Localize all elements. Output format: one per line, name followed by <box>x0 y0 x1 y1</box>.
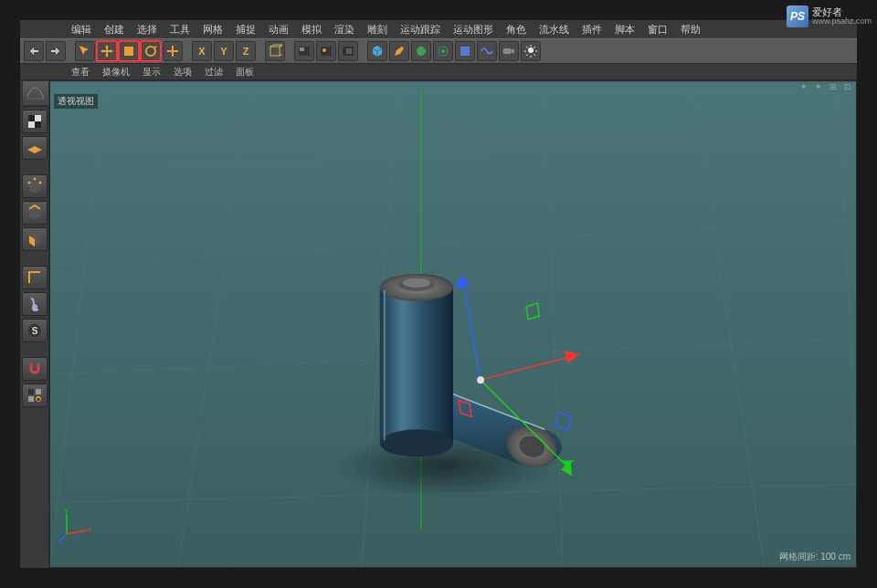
svg-point-48 <box>380 429 453 457</box>
submenu-filter[interactable]: 过滤 <box>199 65 228 79</box>
svg-point-20 <box>32 304 37 311</box>
svg-point-47 <box>403 278 430 288</box>
svg-rect-16 <box>35 121 41 128</box>
light-button[interactable] <box>521 41 541 61</box>
lock-button[interactable] <box>22 383 48 407</box>
deformer-button-3[interactable] <box>455 41 475 61</box>
watermark-url: www.psahz.com <box>812 17 872 26</box>
y-axis-toggle[interactable]: Y <box>214 41 234 61</box>
grid-spacing-status: 网格间距: 100 cm <box>779 551 851 563</box>
viewport-container: ✦ ✦ ⊞ ⊡ 透视视图 <box>49 80 857 568</box>
last-tool-button[interactable] <box>163 41 183 61</box>
corner-decor-icon <box>22 80 49 106</box>
menu-mesh[interactable]: 网格 <box>197 21 228 38</box>
menu-pipeline[interactable]: 流水线 <box>534 21 575 38</box>
render-settings-button[interactable] <box>338 41 358 61</box>
live-select-button[interactable] <box>75 41 95 61</box>
rotate-tool-button[interactable] <box>141 41 161 61</box>
menu-window[interactable]: 窗口 <box>642 21 673 38</box>
menu-help[interactable]: 帮助 <box>675 21 706 38</box>
vp-nav-icon-3[interactable]: ⊞ <box>829 82 838 91</box>
svg-rect-4 <box>321 47 332 56</box>
viewport-label: 透视视图 <box>54 94 98 109</box>
menu-plugins[interactable]: 插件 <box>576 21 608 38</box>
scene-3d <box>50 81 856 567</box>
svg-rect-0 <box>124 47 133 56</box>
coord-system-button[interactable] <box>265 41 285 61</box>
viewport-menu-bar: 查看 摄像机 显示 选项 过滤 面板 <box>20 64 857 80</box>
workplane-button[interactable] <box>22 136 48 160</box>
axis-mode-button[interactable] <box>22 266 48 289</box>
menu-mograph[interactable]: 运动图形 <box>448 21 499 38</box>
deformer-button-1[interactable] <box>411 41 431 61</box>
tweak-mode-button[interactable] <box>22 292 48 316</box>
menu-character[interactable]: 角色 <box>501 21 532 38</box>
svg-rect-13 <box>28 115 35 121</box>
watermark: PS 爱好者 www.psahz.com <box>787 5 872 27</box>
submenu-panel[interactable]: 面板 <box>230 65 259 79</box>
vp-nav-icon-1[interactable]: ✦ <box>799 82 808 91</box>
texture-mode-button[interactable] <box>22 110 48 133</box>
svg-point-19 <box>34 178 37 181</box>
snap-toggle-button[interactable] <box>22 357 48 381</box>
main-menu-bar: 编辑 创建 选择 工具 网格 捕捉 动画 模拟 渲染 雕刻 运动跟踪 运动图形 … <box>20 20 857 38</box>
svg-rect-28 <box>37 398 40 401</box>
svg-point-56 <box>477 376 484 383</box>
submenu-display[interactable]: 显示 <box>137 65 166 79</box>
svg-rect-3 <box>300 47 304 51</box>
svg-point-7 <box>417 47 426 56</box>
z-axis-toggle[interactable]: Z <box>236 41 256 61</box>
mode-toolbar: S <box>20 80 49 568</box>
svg-line-59 <box>67 530 87 534</box>
menu-snap[interactable]: 捕捉 <box>230 21 261 38</box>
menu-tracker[interactable]: 运动跟踪 <box>395 21 446 38</box>
cylinder-standing <box>380 274 453 457</box>
svg-text:X: X <box>88 527 92 533</box>
menu-edit[interactable]: 编辑 <box>66 21 97 38</box>
primitive-button[interactable] <box>367 41 387 61</box>
svg-text:Y: Y <box>64 508 69 514</box>
deformer-button-4[interactable] <box>477 41 497 61</box>
menu-sculpt[interactable]: 雕刻 <box>362 21 393 38</box>
svg-point-5 <box>322 48 326 52</box>
menu-create[interactable]: 创建 <box>99 21 130 38</box>
svg-rect-23 <box>28 389 34 394</box>
move-tool-button[interactable] <box>97 41 117 61</box>
submenu-cameras[interactable]: 摄像机 <box>97 65 135 79</box>
svg-text:Z: Z <box>58 538 62 543</box>
camera-button[interactable] <box>499 41 519 61</box>
redo-button[interactable] <box>46 41 66 61</box>
vp-nav-icon-4[interactable]: ⊡ <box>843 82 852 91</box>
points-mode-button[interactable] <box>22 174 48 198</box>
render-view-button[interactable] <box>294 41 314 61</box>
perspective-viewport[interactable]: Y X Z 网格间距: 100 cm <box>50 81 856 567</box>
svg-rect-10 <box>460 47 470 56</box>
svg-point-17 <box>28 182 31 184</box>
menu-tools[interactable]: 工具 <box>164 21 195 38</box>
menu-simulate[interactable]: 模拟 <box>296 21 327 38</box>
menu-animate[interactable]: 动画 <box>263 21 294 38</box>
submenu-view[interactable]: 查看 <box>66 65 95 79</box>
svg-point-1 <box>146 47 155 56</box>
edges-mode-button[interactable] <box>22 201 48 225</box>
polygons-mode-button[interactable] <box>22 227 48 251</box>
vp-nav-icon-2[interactable]: ✦ <box>814 82 823 91</box>
watermark-logo: PS <box>787 5 808 27</box>
menu-select[interactable]: 选择 <box>132 21 163 38</box>
svg-point-9 <box>441 49 445 53</box>
menu-render[interactable]: 渲染 <box>329 21 360 38</box>
submenu-options[interactable]: 选项 <box>168 65 197 79</box>
svg-rect-15 <box>28 121 35 128</box>
render-picture-button[interactable] <box>316 41 336 61</box>
menu-script[interactable]: 脚本 <box>609 21 640 38</box>
pen-tool-button[interactable] <box>389 41 409 61</box>
undo-button[interactable] <box>24 41 44 61</box>
svg-rect-25 <box>28 396 34 402</box>
x-axis-toggle[interactable]: X <box>192 41 212 61</box>
scale-tool-button[interactable] <box>119 41 139 61</box>
soft-select-button[interactable]: S <box>22 319 48 342</box>
svg-point-12 <box>528 47 534 53</box>
svg-rect-14 <box>35 115 41 121</box>
deformer-button-2[interactable] <box>433 41 453 61</box>
main-toolbar: X Y Z <box>20 38 857 64</box>
